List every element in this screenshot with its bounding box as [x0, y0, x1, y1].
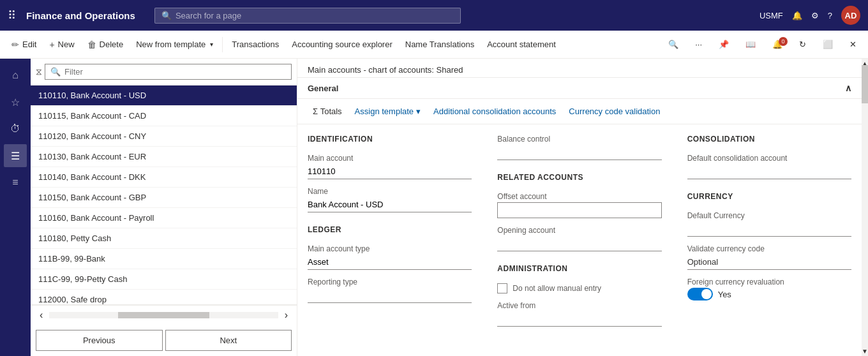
accounting-source-explorer-button[interactable]: Accounting source explorer: [285, 36, 399, 53]
validate-currency-code-label: Validate currency code: [687, 244, 851, 253]
filter-input[interactable]: [64, 67, 286, 77]
account-statement-button[interactable]: Account statement: [481, 36, 562, 53]
list-item[interactable]: 110180, Petty Cash: [31, 228, 297, 249]
horizontal-scrollbar[interactable]: [49, 312, 278, 318]
do-not-allow-manual-entry-label: Do not allow manual entry: [513, 284, 601, 293]
help-icon[interactable]: ?: [828, 11, 832, 20]
name-input[interactable]: [308, 197, 472, 212]
related-accounts-title: RELATED ACCOUNTS: [497, 173, 661, 182]
new-from-template-button[interactable]: New from template: [130, 36, 220, 53]
reporting-type-field: Reporting type: [308, 278, 472, 303]
transactions-button[interactable]: Transactions: [225, 36, 285, 53]
foreign-currency-revaluation-wrap: Yes: [687, 288, 851, 300]
main-account-type-field: Main account type: [308, 244, 472, 270]
delete-button[interactable]: 🗑 Delete: [81, 36, 130, 54]
sidebar-icon-modules[interactable]: ≡: [4, 171, 27, 194]
sidebar-icon-list[interactable]: ☰: [4, 144, 27, 167]
previous-button[interactable]: Previous: [36, 330, 163, 351]
notification-icon[interactable]: 🔔: [792, 11, 802, 20]
list-item[interactable]: 110130, Bank Account - EUR: [31, 147, 297, 167]
main-account-input[interactable]: [308, 164, 472, 179]
next-button[interactable]: Next: [165, 330, 292, 351]
section-collapse-button[interactable]: ∧: [845, 83, 851, 93]
search-bar[interactable]: 🔍: [154, 8, 461, 24]
top-bar: ⠿ Finance and Operations 🔍 USMF 🔔 ⚙ ? AD: [0, 0, 868, 31]
filter-bar: ⧖ 🔍: [31, 59, 297, 85]
additional-consolidation-accounts-button[interactable]: Additional consolidation accounts: [428, 104, 561, 119]
default-consolidation-account-field: Default consolidation account: [687, 154, 851, 179]
scroll-right-button[interactable]: ›: [281, 308, 292, 322]
totals-button[interactable]: Σ Totals: [308, 104, 347, 119]
right-scroll-arrows: ▲ ▼: [862, 59, 868, 356]
list-item[interactable]: 111C-99, 99-Petty Cash: [31, 269, 297, 290]
region-label[interactable]: USMF: [760, 11, 783, 20]
filter-funnel-icon: ⧖: [36, 66, 42, 77]
edit-button[interactable]: ✏ Edit: [5, 36, 43, 54]
opening-account-field: Opening account: [497, 226, 661, 251]
pin-button[interactable]: 📌: [712, 36, 735, 53]
right-scrollbar[interactable]: ▲ ▼: [862, 59, 868, 356]
list-item[interactable]: 110160, Bank Account - Payroll: [31, 208, 297, 228]
separator: [222, 37, 223, 52]
new-button[interactable]: + New: [43, 36, 80, 54]
main-account-type-label: Main account type: [308, 244, 472, 253]
chevron-down-icon: ▾: [416, 107, 421, 116]
more-button[interactable]: ···: [689, 36, 708, 53]
scroll-left-button[interactable]: ‹: [36, 308, 47, 322]
offset-account-field: Offset account: [497, 192, 661, 218]
list-item[interactable]: 110115, Bank Account - CAD: [31, 106, 297, 126]
sidebar-icon-recent[interactable]: ⏱: [4, 117, 27, 140]
waffle-icon[interactable]: ⠿: [8, 8, 16, 22]
assign-template-button[interactable]: Assign template ▾: [350, 104, 426, 119]
default-currency-value: [687, 221, 851, 237]
list-item[interactable]: 110120, Bank Account - CNY: [31, 126, 297, 147]
open-button[interactable]: ⬜: [816, 36, 839, 53]
active-from-label: Active from: [497, 301, 661, 310]
foreign-currency-revaluation-field: Foreign currency revaluation Yes: [687, 278, 851, 300]
name-translations-button[interactable]: Name Translations: [399, 36, 481, 53]
list-item[interactable]: 112000, Safe drop: [31, 290, 297, 304]
list-item[interactable]: 111B-99, 99-Bank: [31, 249, 297, 269]
filter-input-wrap[interactable]: 🔍: [45, 64, 292, 80]
avatar[interactable]: AD: [841, 6, 860, 25]
do-not-allow-manual-entry-checkbox[interactable]: [497, 283, 507, 293]
consolidation-section: CONSOLIDATION Default consolidation acco…: [687, 135, 851, 327]
sidebar-icons: ⌂ ☆ ⏱ ☰ ≡: [0, 59, 31, 356]
consolidation-title: CONSOLIDATION: [687, 135, 851, 144]
offset-account-label: Offset account: [497, 192, 661, 201]
sidebar-icon-home[interactable]: ⌂: [4, 64, 27, 87]
account-list-panel: ⧖ 🔍 110110, Bank Account - USD 110115, B…: [31, 59, 297, 356]
identification-section: IDENTIFICATION Main account Name LEDGER …: [308, 135, 472, 327]
close-button[interactable]: ✕: [843, 36, 863, 53]
list-item[interactable]: 110110, Bank Account - USD: [31, 85, 297, 106]
list-item[interactable]: 110150, Bank Account - GBP: [31, 188, 297, 208]
search-toggle-button[interactable]: 🔍: [662, 36, 685, 53]
section-header: General ∧: [297, 78, 862, 99]
default-consolidation-account-label: Default consolidation account: [687, 154, 851, 163]
refresh-button[interactable]: ↻: [793, 36, 812, 53]
active-from-value: [497, 311, 661, 327]
currency-code-validation-button[interactable]: Currency code validation: [564, 104, 665, 119]
search-input[interactable]: [176, 11, 454, 20]
do-not-allow-manual-entry-field: Do not allow manual entry: [497, 283, 661, 293]
prev-next-nav: Previous Next: [31, 325, 297, 356]
main-account-label: Main account: [308, 154, 472, 163]
balance-control-value: [497, 145, 661, 160]
search-filter-icon: 🔍: [50, 67, 61, 77]
list-item[interactable]: 110140, Bank Account - DKK: [31, 167, 297, 188]
command-bar: ✏ Edit + New 🗑 Delete New from template …: [0, 31, 868, 59]
foreign-currency-revaluation-toggle[interactable]: [687, 288, 713, 300]
settings-icon[interactable]: ⚙: [811, 11, 819, 20]
name-label: Name: [308, 187, 472, 196]
default-consolidation-account-value: [687, 164, 851, 179]
sidebar-icon-favorites[interactable]: ☆: [4, 91, 27, 114]
main-account-type-input[interactable]: [308, 255, 472, 270]
badge-button[interactable]: 🔔0: [766, 36, 789, 53]
scroll-down-button[interactable]: ▼: [862, 346, 868, 356]
search-icon-cmd: 🔍: [668, 40, 678, 49]
offset-account-input[interactable]: [497, 202, 661, 218]
main-layout: ⌂ ☆ ⏱ ☰ ≡ ⧖ 🔍 110110, Bank Account - USD…: [0, 59, 868, 356]
section-title: General: [308, 84, 338, 93]
foreign-currency-revaluation-toggle-label: Yes: [718, 290, 731, 299]
bookmark-button[interactable]: 📖: [739, 36, 762, 53]
